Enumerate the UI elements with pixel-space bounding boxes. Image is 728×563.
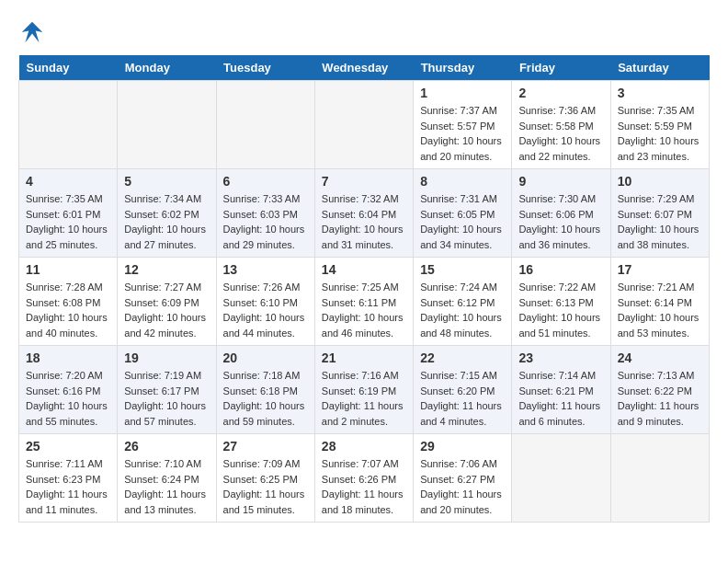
calendar-table: SundayMondayTuesdayWednesdayThursdayFrid… [18, 55, 710, 523]
sunset-text: Sunset: 6:19 PM [322, 385, 396, 396]
header-saturday: Saturday [610, 55, 709, 81]
sunrise-text: Sunrise: 7:35 AM [618, 105, 695, 116]
day-number: 2 [518, 86, 603, 100]
sunset-text: Sunset: 6:18 PM [223, 385, 298, 396]
calendar-cell [118, 81, 216, 169]
logo-icon [18, 18, 46, 46]
sunrise-text: Sunrise: 7:21 AM [618, 282, 695, 293]
day-number: 19 [124, 350, 209, 365]
day-number: 16 [518, 262, 603, 277]
sunset-text: Sunset: 6:23 PM [26, 474, 100, 485]
header-sunday: Sunday [19, 55, 118, 81]
calendar-cell [610, 434, 709, 523]
calendar-cell: 11 Sunrise: 7:28 AM Sunset: 6:08 PM Dayl… [19, 258, 118, 346]
calendar-cell [314, 81, 413, 169]
sunrise-text: Sunrise: 7:22 AM [518, 282, 596, 293]
day-number: 14 [322, 262, 406, 277]
day-number: 10 [618, 174, 702, 189]
calendar-cell: 26 Sunrise: 7:10 AM Sunset: 6:24 PM Dayl… [118, 434, 216, 523]
sunrise-text: Sunrise: 7:10 AM [124, 458, 201, 469]
day-number: 3 [618, 86, 702, 100]
day-number: 1 [420, 86, 505, 100]
sunrise-text: Sunrise: 7:25 AM [322, 282, 399, 293]
page-header [18, 18, 710, 46]
sunset-text: Sunset: 6:06 PM [518, 209, 593, 220]
calendar-cell: 25 Sunrise: 7:11 AM Sunset: 6:23 PM Dayl… [19, 434, 118, 523]
sunset-text: Sunset: 6:08 PM [26, 297, 100, 308]
week-row-1: 1 Sunrise: 7:37 AM Sunset: 5:57 PM Dayli… [19, 81, 710, 169]
header-thursday: Thursday [414, 55, 512, 81]
calendar-cell: 16 Sunrise: 7:22 AM Sunset: 6:13 PM Dayl… [512, 258, 610, 346]
day-number: 29 [420, 439, 505, 454]
calendar-cell: 13 Sunrise: 7:26 AM Sunset: 6:10 PM Dayl… [216, 258, 314, 346]
daylight-text: Daylight: 10 hours and 48 minutes. [420, 312, 502, 339]
sunrise-text: Sunrise: 7:20 AM [26, 370, 103, 381]
day-number: 12 [124, 262, 209, 277]
sunset-text: Sunset: 6:26 PM [322, 474, 396, 485]
sunrise-text: Sunrise: 7:13 AM [618, 370, 695, 381]
calendar-cell: 4 Sunrise: 7:35 AM Sunset: 6:01 PM Dayli… [19, 169, 118, 258]
sunset-text: Sunset: 6:11 PM [322, 297, 396, 308]
calendar-cell: 3 Sunrise: 7:35 AM Sunset: 5:59 PM Dayli… [610, 81, 709, 169]
sunrise-text: Sunrise: 7:07 AM [322, 458, 399, 469]
day-number: 11 [26, 262, 110, 277]
sunrise-text: Sunrise: 7:27 AM [124, 282, 201, 293]
daylight-text: Daylight: 10 hours and 57 minutes. [124, 400, 206, 427]
sunrise-text: Sunrise: 7:37 AM [420, 105, 497, 116]
calendar-cell: 27 Sunrise: 7:09 AM Sunset: 6:25 PM Dayl… [216, 434, 314, 523]
daylight-text: Daylight: 10 hours and 46 minutes. [322, 312, 404, 339]
calendar-cell: 8 Sunrise: 7:31 AM Sunset: 6:05 PM Dayli… [414, 169, 512, 258]
sunset-text: Sunset: 6:17 PM [124, 385, 199, 396]
calendar-cell: 21 Sunrise: 7:16 AM Sunset: 6:19 PM Dayl… [314, 346, 413, 434]
calendar-cell: 1 Sunrise: 7:37 AM Sunset: 5:57 PM Dayli… [414, 81, 512, 169]
daylight-text: Daylight: 10 hours and 44 minutes. [223, 312, 305, 339]
sunset-text: Sunset: 5:58 PM [518, 121, 593, 132]
day-number: 24 [618, 350, 702, 365]
calendar-cell: 18 Sunrise: 7:20 AM Sunset: 6:16 PM Dayl… [19, 346, 118, 434]
calendar-cell: 23 Sunrise: 7:14 AM Sunset: 6:21 PM Dayl… [512, 346, 610, 434]
sunrise-text: Sunrise: 7:26 AM [223, 282, 301, 293]
day-number: 5 [124, 174, 209, 189]
daylight-text: Daylight: 10 hours and 51 minutes. [518, 312, 600, 339]
sunset-text: Sunset: 6:04 PM [322, 209, 396, 220]
sunrise-text: Sunrise: 7:33 AM [223, 193, 301, 204]
sunrise-text: Sunrise: 7:29 AM [618, 193, 695, 204]
sunset-text: Sunset: 5:59 PM [618, 121, 692, 132]
calendar-cell: 17 Sunrise: 7:21 AM Sunset: 6:14 PM Dayl… [610, 258, 709, 346]
calendar-cell [512, 434, 610, 523]
sunset-text: Sunset: 6:16 PM [26, 385, 100, 396]
week-row-4: 18 Sunrise: 7:20 AM Sunset: 6:16 PM Dayl… [19, 346, 710, 434]
day-number: 8 [420, 174, 505, 189]
sunset-text: Sunset: 6:24 PM [124, 474, 199, 485]
day-number: 18 [26, 350, 110, 365]
sunrise-text: Sunrise: 7:09 AM [223, 458, 301, 469]
calendar-cell [216, 81, 314, 169]
day-number: 15 [420, 262, 505, 277]
day-number: 22 [420, 350, 505, 365]
week-row-3: 11 Sunrise: 7:28 AM Sunset: 6:08 PM Dayl… [19, 258, 710, 346]
sunset-text: Sunset: 6:21 PM [518, 385, 593, 396]
daylight-text: Daylight: 10 hours and 23 minutes. [618, 135, 700, 162]
daylight-text: Daylight: 10 hours and 53 minutes. [618, 312, 700, 339]
daylight-text: Daylight: 11 hours and 15 minutes. [223, 488, 305, 515]
sunset-text: Sunset: 6:05 PM [420, 209, 495, 220]
sunset-text: Sunset: 6:10 PM [223, 297, 298, 308]
week-row-5: 25 Sunrise: 7:11 AM Sunset: 6:23 PM Dayl… [19, 434, 710, 523]
sunrise-text: Sunrise: 7:28 AM [26, 282, 103, 293]
sunset-text: Sunset: 6:25 PM [223, 474, 298, 485]
svg-marker-0 [22, 22, 43, 43]
daylight-text: Daylight: 10 hours and 31 minutes. [322, 224, 404, 250]
calendar-cell: 19 Sunrise: 7:19 AM Sunset: 6:17 PM Dayl… [118, 346, 216, 434]
daylight-text: Daylight: 11 hours and 11 minutes. [26, 488, 108, 515]
header-friday: Friday [512, 55, 610, 81]
week-row-2: 4 Sunrise: 7:35 AM Sunset: 6:01 PM Dayli… [19, 169, 710, 258]
daylight-text: Daylight: 10 hours and 34 minutes. [420, 224, 502, 250]
calendar-cell: 10 Sunrise: 7:29 AM Sunset: 6:07 PM Dayl… [610, 169, 709, 258]
sunset-text: Sunset: 6:01 PM [26, 209, 100, 220]
daylight-text: Daylight: 10 hours and 29 minutes. [223, 224, 305, 250]
logo [18, 18, 50, 46]
calendar-cell: 5 Sunrise: 7:34 AM Sunset: 6:02 PM Dayli… [118, 169, 216, 258]
sunset-text: Sunset: 6:09 PM [124, 297, 199, 308]
calendar-cell: 7 Sunrise: 7:32 AM Sunset: 6:04 PM Dayli… [314, 169, 413, 258]
daylight-text: Daylight: 11 hours and 2 minutes. [322, 400, 404, 427]
